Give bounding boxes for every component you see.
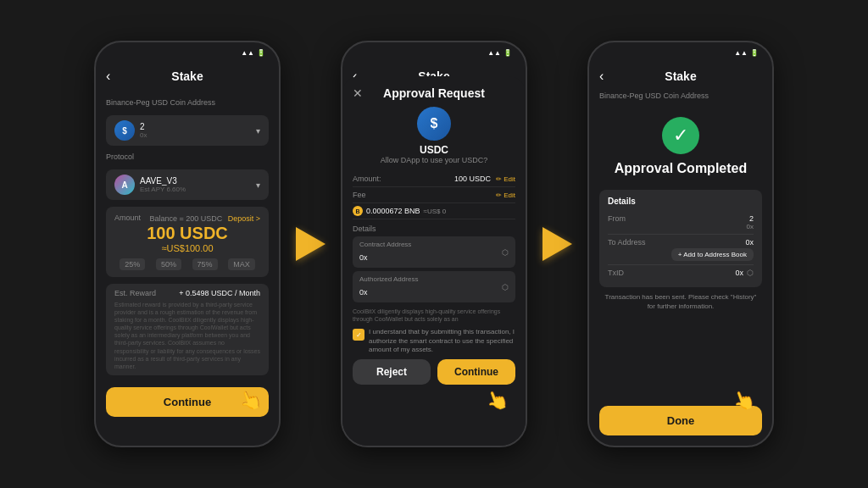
amount-usd-1: ≈US$100.00	[114, 243, 260, 253]
back-button-1[interactable]: ‹	[106, 69, 110, 84]
screen3-title: Stake	[665, 69, 696, 83]
fee-usd: ≈US$ 0	[424, 208, 447, 215]
pct-max-btn[interactable]: MAX	[228, 258, 255, 270]
to-value: 0x	[745, 238, 754, 247]
fee-field-row: Fee ✏ Edit	[353, 187, 515, 203]
back-button-3[interactable]: ‹	[599, 69, 604, 84]
bnb-icon: B	[353, 206, 363, 216]
coin-number-1: 2	[140, 122, 147, 131]
reward-section-1: Est. Reward + 0.5498 USDC / Month Estima…	[106, 284, 269, 375]
deposit-label-1[interactable]: Deposit >	[228, 214, 260, 223]
pct-75-btn[interactable]: 75%	[192, 258, 218, 270]
details-section-3: Details From 2 0x To Address 0x + Add to…	[599, 190, 762, 287]
arrow-icon-1	[296, 227, 326, 261]
modal-coin-area: $ USDC Allow DApp to use your USDC?	[353, 107, 515, 164]
contract-label: Contract Address	[359, 241, 411, 248]
details-title-2: Details	[353, 225, 515, 233]
fee-value-row: B 0.0000672 BNB ≈US$ 0	[353, 203, 515, 219]
auth-ext-icon: ⬡	[502, 283, 509, 291]
from-address: 0x	[747, 223, 754, 230]
modal-title: Approval Request	[383, 86, 485, 100]
amount-field-label: Amount:	[353, 175, 381, 183]
arrow-2	[542, 227, 572, 261]
contract-value: 0x	[359, 253, 368, 262]
checkbox-row: ✓ I understand that by submitting this t…	[353, 328, 515, 354]
from-number: 2	[749, 214, 754, 223]
percent-row-1: 25% 50% 75% MAX	[114, 258, 260, 270]
balance-label-1: Balance = 200 USDC	[149, 214, 222, 223]
to-row: To Address 0x + Add to Address Book	[608, 235, 754, 265]
protocol-dropdown-1[interactable]: A AAVE_V3 Est APY 6.60% ▾	[106, 169, 269, 200]
modal-coin-desc: Allow DApp to use your USDC?	[381, 156, 488, 164]
nav-bar-3: ‹ Stake	[589, 61, 772, 92]
fee-edit-btn[interactable]: ✏ Edit	[496, 191, 515, 199]
status-icons-1: ▲▲ 🔋	[241, 49, 265, 57]
phone-2: ▲▲ 🔋 ‹ Stake ✕ Approval Request $ USDC A…	[341, 41, 527, 447]
details-title-3: Details	[608, 197, 754, 206]
success-area: ✓ Approval Completed	[599, 108, 762, 185]
success-circle-icon: ✓	[662, 117, 699, 154]
modal-btn-row: Reject Continue	[353, 359, 515, 385]
fee-field-label: Fee	[353, 191, 366, 199]
scene: ▲▲ 🔋 ‹ Stake Binance-Peg USD Coin Addres…	[0, 0, 868, 488]
reward-value-1: + 0.5498 USDC / Month	[179, 289, 260, 297]
txid-value: 0x	[735, 269, 743, 277]
modal-close-btn[interactable]: ✕	[353, 86, 363, 100]
ext-link-icon[interactable]: ⬡	[747, 269, 754, 277]
amount-section-1: Amount Balance = 200 USDC Deposit > 100 …	[106, 207, 269, 277]
binance-label-3: Binance-Peg USD Coin Address	[589, 92, 772, 100]
status-bar-2: ▲▲ 🔋	[342, 42, 526, 61]
aave-icon-1: A	[114, 175, 135, 195]
arrow-icon-2	[542, 227, 572, 261]
success-title: Approval Completed	[615, 161, 747, 176]
arrow-1	[296, 227, 326, 261]
modal-disclaimer: CoolBitX diligently displays high-qualit…	[353, 308, 515, 323]
phone-1: ▲▲ 🔋 ‹ Stake Binance-Peg USD Coin Addres…	[94, 41, 281, 447]
status-icons-2: ▲▲ 🔋	[487, 49, 512, 57]
auth-value: 0x	[359, 288, 368, 297]
to-label: To Address	[608, 238, 646, 247]
usdc-icon-1: $	[114, 120, 135, 141]
screen1-title: Stake	[171, 69, 203, 83]
amount-field-value: 100 USDC	[454, 175, 491, 183]
status-bar-3: ▲▲ 🔋	[589, 42, 772, 61]
modal-coin-name: USDC	[420, 144, 448, 156]
status-bar-1: ▲▲ 🔋	[96, 42, 279, 61]
pct-50-btn[interactable]: 50%	[156, 258, 181, 270]
checkbox-text: I understand that by submitting this tra…	[369, 328, 515, 354]
protocol-label-1: Protocol	[106, 152, 269, 161]
reward-desc-1: Estimated reward is provided by a third-…	[114, 301, 260, 370]
transaction-note: Transaction has been sent. Please check …	[599, 292, 762, 311]
phone-3: ▲▲ 🔋 ‹ Stake Binance-Peg USD Coin Addres…	[587, 41, 774, 447]
txid-row: TxID 0x ⬡	[608, 265, 754, 280]
modal-usdc-icon: $	[417, 107, 451, 141]
auth-label: Authorized Address	[359, 275, 418, 283]
modal-header: ✕ Approval Request	[353, 86, 515, 100]
from-row: From 2 0x	[608, 211, 754, 235]
chevron-down-icon-2: ▾	[256, 180, 260, 190]
coin-dropdown-1[interactable]: $ 2 0x ▾	[106, 115, 269, 146]
pct-25-btn[interactable]: 25%	[120, 258, 145, 270]
protocol-name-1: AAVE_V3	[140, 176, 186, 186]
amount-field-row: Amount: 100 USDC ✏ Edit	[353, 171, 515, 187]
status-icons-3: ▲▲ 🔋	[734, 49, 759, 57]
checkbox-input[interactable]: ✓	[353, 329, 364, 341]
add-address-btn[interactable]: + Add to Address Book	[671, 248, 754, 261]
nav-bar-1: ‹ Stake	[96, 61, 279, 92]
chevron-down-icon-1: ▾	[256, 126, 260, 136]
amount-edit-btn[interactable]: ✏ Edit	[496, 175, 515, 183]
binance-label-1: Binance-Peg USD Coin Address	[106, 98, 269, 107]
amount-label-1: Amount	[114, 214, 141, 222]
coin-address-1: 0x	[140, 131, 147, 139]
protocol-apy-1: Est APY 6.60%	[140, 186, 186, 193]
modal-details-section: Details Contract Address 0x ⬡ Authorized…	[353, 225, 515, 302]
txid-label: TxID	[608, 269, 624, 277]
reward-label-1: Est. Reward	[114, 289, 156, 297]
contract-ext-icon: ⬡	[502, 248, 509, 257]
contract-address-row: Contract Address 0x ⬡	[353, 236, 515, 268]
modal-continue-button[interactable]: Continue	[437, 359, 515, 385]
from-label: From	[608, 214, 626, 223]
auth-address-row: Authorized Address 0x ⬡	[353, 271, 515, 302]
amount-big-1: 100 USDC	[114, 224, 260, 243]
reject-button[interactable]: Reject	[353, 359, 431, 385]
